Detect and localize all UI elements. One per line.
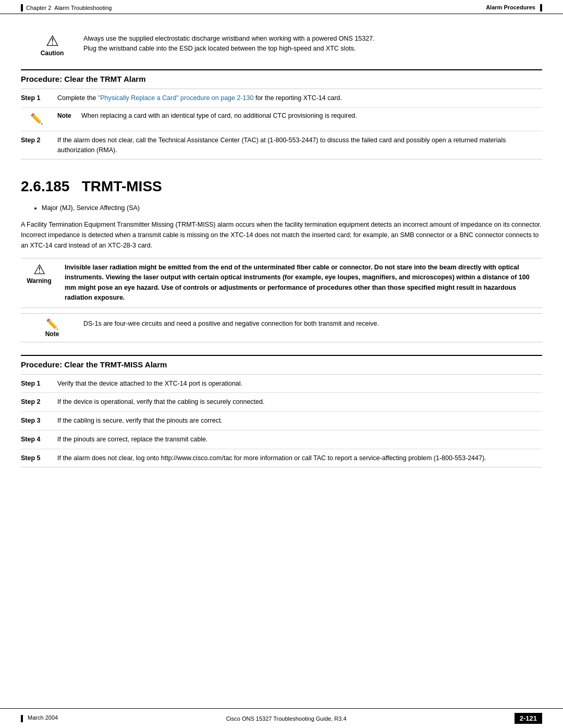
standalone-note-icon-col: ✏️ Note <box>21 318 83 338</box>
trmt-miss-title: TRMT-MISS <box>82 178 162 194</box>
trmt-note-content: Note When replacing a card with an ident… <box>52 107 542 131</box>
standalone-note-icon: ✏️ <box>46 318 59 330</box>
trmt-miss-step5-row: Step 5 If the alarm does not clear, log … <box>21 449 542 467</box>
trmt-step1-text-before: Complete the <box>57 94 98 102</box>
page-header: Chapter 2 Alarm Troubleshooting Alarm Pr… <box>0 0 563 14</box>
header-left: Chapter 2 Alarm Troubleshooting <box>21 4 112 11</box>
footer-bar <box>21 715 23 722</box>
trmt-step1-label: Step 1 <box>21 89 52 108</box>
warning-block: ⚠ Warning Invisible laser radiation migh… <box>21 258 542 308</box>
footer-page-num: 2-121 <box>515 713 542 724</box>
header-right: Alarm Procedures <box>486 4 542 11</box>
footer-center: Cisco ONS 15327 Troubleshooting Guide, R… <box>226 715 346 722</box>
trmt-miss-step4-row: Step 4 If the pinouts are correct, repla… <box>21 430 542 449</box>
page-container: Chapter 2 Alarm Troubleshooting Alarm Pr… <box>0 0 563 728</box>
warning-icon-col: ⚠ Warning <box>21 263 57 285</box>
trmt-miss-step5-label: Step 5 <box>21 449 52 467</box>
footer-left: March 2004 <box>21 714 58 722</box>
header-chapter-text: Alarm Troubleshooting <box>54 5 112 11</box>
caution-text-block: Always use the supplied electrostatic di… <box>83 34 375 54</box>
standalone-note-label: Note <box>45 330 59 338</box>
trmt-miss-step5-content: If the alarm does not clear, log onto ht… <box>52 449 542 467</box>
trmt-miss-step3-row: Step 3 If the cabling is secure, verify … <box>21 412 542 430</box>
trmt-miss-step4-label: Step 4 <box>21 430 52 449</box>
trmt-miss-step3-label: Step 3 <box>21 412 52 430</box>
footer-date: March 2004 <box>28 714 58 721</box>
warning-icon: ⚠ <box>33 263 45 276</box>
trmt-miss-bullets: Major (MJ), Service Affecting (SA) <box>42 203 542 213</box>
trmt-note-icon: ✏️ <box>30 111 43 127</box>
trmt-miss-bullet1: Major (MJ), Service Affecting (SA) <box>42 203 542 213</box>
warning-text: Invisible laser radiation might be emitt… <box>65 263 542 303</box>
caution-line1: Always use the supplied electrostatic di… <box>83 34 375 44</box>
trmt-miss-step1-content: Verify that the device attached to the X… <box>52 374 542 393</box>
trmt-miss-step1-label: Step 1 <box>21 374 52 393</box>
warning-label: Warning <box>27 277 52 285</box>
page-footer: March 2004 Cisco ONS 15327 Troubleshooti… <box>0 708 563 728</box>
header-bar-left <box>21 4 23 11</box>
trmt-miss-body: A Facility Termination Equipment Transmi… <box>21 219 542 251</box>
trmt-step1-content: Complete the "Physically Replace a Card"… <box>52 89 542 108</box>
trmt-miss-procedure-heading: Procedure: Clear the TRMT-MISS Alarm <box>21 355 542 369</box>
trmt-miss-steps-table: Step 1 Verify that the device attached t… <box>21 374 542 468</box>
trmt-miss-step4-content: If the pinouts are correct, replace the … <box>52 430 542 449</box>
header-bar-right <box>540 4 542 11</box>
trmt-section-heading: Procedure: Clear the TRMT Alarm <box>21 69 542 83</box>
trmt-miss-step1-row: Step 1 Verify that the device attached t… <box>21 374 542 393</box>
trmt-step1-row: Step 1 Complete the "Physically Replace … <box>21 89 542 108</box>
trmt-note-label: Note <box>57 111 76 120</box>
header-chapter: Chapter 2 <box>26 5 51 11</box>
caution-line2: Plug the wristband cable into the ESD ja… <box>83 44 375 54</box>
trmt-step1-link[interactable]: "Physically Replace a Card" procedure on… <box>98 94 254 102</box>
trmt-note-text: When replacing a card with an identical … <box>81 111 357 121</box>
trmt-miss-step2-row: Step 2 If the device is operational, ver… <box>21 393 542 412</box>
trmt-miss-chapter-num: 2.6.185 <box>21 178 69 194</box>
trmt-note-row: ✏️ Note When replacing a card with an id… <box>21 107 542 131</box>
trmt-miss-step3-content: If the cabling is secure, verify that th… <box>52 412 542 430</box>
caution-label: Caution <box>41 50 64 57</box>
trmt-step2-row: Step 2 If the alarm does not clear, call… <box>21 131 542 159</box>
standalone-note-text: DS-1s are four-wire circuits and need a … <box>83 318 379 329</box>
trmt-steps-table: Step 1 Complete the "Physically Replace … <box>21 89 542 159</box>
caution-icon-col: ⚠ Caution <box>21 34 83 57</box>
trmt-step2-content: If the alarm does not clear, call the Te… <box>52 131 542 159</box>
standalone-note: ✏️ Note DS-1s are four-wire circuits and… <box>21 313 542 342</box>
trmt-step2-label: Step 2 <box>21 131 52 159</box>
trmt-miss-step2-content: If the device is operational, verify tha… <box>52 393 542 412</box>
main-content: ⚠ Caution Always use the supplied electr… <box>0 14 563 499</box>
trmt-miss-step2-label: Step 2 <box>21 393 52 412</box>
trmt-step1-text-after: for the reporting XTC-14 card. <box>253 94 342 102</box>
trmt-miss-heading: 2.6.185 TRMT-MISS <box>21 178 542 195</box>
header-right-text: Alarm Procedures <box>486 4 535 10</box>
trmt-note-icon-cell: ✏️ <box>21 107 52 131</box>
caution-icon: ⚠ <box>46 34 59 48</box>
